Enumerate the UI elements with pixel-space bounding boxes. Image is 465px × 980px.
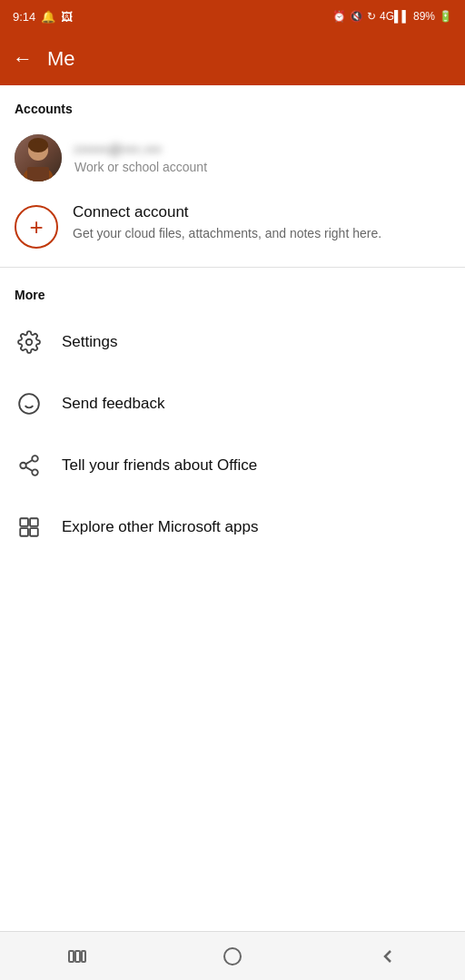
svg-rect-3 (27, 167, 49, 181)
svg-point-20 (224, 948, 241, 965)
gear-icon (15, 328, 44, 357)
share-icon (15, 451, 44, 480)
accounts-section-label: Accounts (0, 85, 465, 125)
svg-point-5 (19, 394, 39, 414)
content: Accounts r•••••@•••.••• Work or sch (0, 85, 465, 558)
svg-rect-13 (20, 518, 28, 526)
account-email: r•••••@•••.••• (74, 142, 207, 157)
alarm-icon: ⏰ (332, 10, 346, 23)
account-type: Work or school account (74, 160, 207, 174)
apps-icon (15, 513, 44, 542)
svg-rect-19 (82, 951, 85, 962)
connect-text: Connect account Get your cloud files, at… (73, 203, 381, 243)
feedback-label: Send feedback (62, 395, 164, 413)
back-button[interactable]: ← (13, 47, 33, 71)
svg-rect-16 (30, 528, 38, 536)
explore-label: Explore other Microsoft apps (62, 518, 258, 536)
svg-rect-17 (69, 951, 74, 962)
recent-apps-button[interactable] (66, 946, 88, 967)
menu-item-feedback[interactable]: Send feedback (0, 373, 465, 435)
svg-point-4 (26, 339, 33, 346)
svg-point-8 (32, 456, 38, 462)
connect-title: Connect account (73, 203, 381, 221)
home-button[interactable] (222, 946, 243, 967)
menu-item-share[interactable]: Tell your friends about Office (0, 435, 465, 496)
svg-rect-18 (75, 951, 80, 962)
share-label: Tell your friends about Office (62, 456, 257, 475)
notification-icon: 🔔 (41, 10, 55, 24)
back-nav-button[interactable] (377, 946, 399, 967)
svg-rect-15 (20, 528, 28, 536)
plus-icon: + (15, 205, 58, 249)
svg-line-12 (25, 460, 32, 464)
svg-line-11 (25, 467, 32, 471)
svg-point-9 (20, 463, 26, 469)
battery-text: 89% (413, 10, 435, 23)
smiley-icon (15, 389, 44, 418)
section-divider (0, 267, 465, 268)
more-section-label: More (0, 271, 465, 311)
connect-desc: Get your cloud files, attachments, and n… (73, 225, 381, 243)
status-right: ⏰ 🔇 ↻ 4G▌▌ 89% 🔋 (332, 10, 452, 23)
sync-icon: ↻ (367, 10, 376, 23)
menu-item-explore[interactable]: Explore other Microsoft apps (0, 496, 465, 558)
signal-icon: 4G▌▌ (380, 10, 410, 23)
status-bar: 9:14 🔔 🖼 ⏰ 🔇 ↻ 4G▌▌ 89% 🔋 (0, 0, 465, 33)
svg-point-10 (32, 469, 38, 475)
battery-icon: 🔋 (439, 10, 452, 23)
avatar (15, 134, 62, 181)
toolbar: ← Me (0, 33, 465, 85)
settings-label: Settings (62, 333, 117, 351)
page-title: Me (47, 47, 75, 71)
avatar-image (15, 134, 62, 181)
mute-icon: 🔇 (350, 10, 363, 23)
user-account-item[interactable]: r•••••@•••.••• Work or school account (0, 125, 465, 194)
account-info: r•••••@•••.••• Work or school account (74, 142, 207, 174)
svg-rect-14 (30, 518, 38, 526)
bottom-nav (0, 931, 465, 980)
status-left: 9:14 🔔 🖼 (13, 10, 73, 24)
connect-account-item[interactable]: + Connect account Get your cloud files, … (0, 194, 465, 263)
image-icon: 🖼 (61, 10, 73, 24)
time: 9:14 (13, 10, 35, 24)
menu-item-settings[interactable]: Settings (0, 311, 465, 373)
